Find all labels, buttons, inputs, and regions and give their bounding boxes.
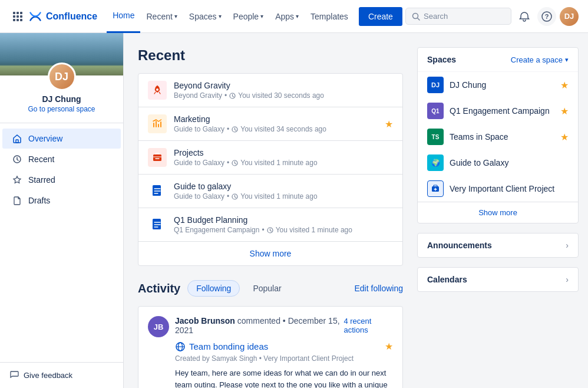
main-content: Recent Beyond Gravity Beyond Gravity • Y…	[124, 33, 417, 388]
svg-text:?: ?	[545, 13, 549, 20]
sidebar-item-drafts[interactable]: Drafts	[2, 190, 121, 211]
space-item-q1[interactable]: Q1 Q1 Engagement Campaign ★	[418, 98, 578, 124]
spaces-title: Spaces	[427, 55, 456, 64]
help-icon: ?	[541, 11, 552, 22]
star-icon	[12, 175, 22, 185]
tab-following[interactable]: Following	[187, 280, 240, 297]
activity-username: Jacob Brunson	[175, 316, 235, 325]
activity-action-text: commented •	[237, 316, 288, 325]
space-name: Teams in Space	[450, 132, 560, 142]
clock-icon	[12, 154, 22, 165]
nav-item-apps[interactable]: Apps ▾	[269, 0, 305, 33]
file-icon	[12, 195, 22, 206]
nav-item-templates[interactable]: Templates	[305, 0, 354, 33]
go-to-personal-space-link[interactable]: Go to personal space	[28, 105, 95, 113]
grid-menu-icon[interactable]	[9, 8, 26, 25]
chevron-down-icon: ▾	[296, 13, 299, 19]
search-box[interactable]: Search	[405, 8, 511, 25]
chevron-down-icon: ▾	[260, 13, 263, 19]
space-icon: Q1	[427, 103, 444, 119]
recent-item-meta: Guide to Galaxy • You visited 1 minute a…	[174, 192, 393, 200]
recent-item-info: Beyond Gravity Beyond Gravity • You visi…	[174, 81, 393, 100]
chevron-down-icon: ▾	[174, 13, 177, 19]
recent-item-meta: Guide to Galaxy • You visited 1 minute a…	[174, 159, 393, 167]
recent-item[interactable]: Guide to galaxy Guide to Galaxy • You vi…	[138, 175, 402, 208]
space-item-galaxy[interactable]: 🌍 Guide to Galaxy	[418, 150, 578, 176]
tab-popular[interactable]: Popular	[245, 281, 289, 296]
doc-meta: Created by Samyak Singh • Very Important…	[175, 354, 393, 363]
profile-section: DJ DJ Chung Go to personal space	[0, 33, 123, 123]
give-feedback[interactable]: Give feedback	[0, 362, 123, 388]
chevron-right-icon: ›	[566, 241, 569, 250]
nav-item-recent[interactable]: Recent ▾	[140, 0, 183, 33]
help-button[interactable]: ?	[537, 7, 556, 26]
feedback-label: Give feedback	[24, 371, 72, 380]
svg-rect-5	[20, 15, 22, 18]
user-avatar[interactable]: DJ	[560, 7, 579, 26]
nav-item-home[interactable]: Home	[107, 0, 140, 33]
calendars-header[interactable]: Calendars ›	[418, 268, 578, 291]
create-button[interactable]: Create	[359, 7, 402, 26]
spaces-show-more[interactable]: Show more	[418, 202, 578, 223]
projects-icon	[148, 148, 167, 167]
logo[interactable]: Confluence	[28, 9, 97, 24]
recent-item[interactable]: Projects Guide to Galaxy • You visited 1…	[138, 141, 402, 175]
svg-rect-0	[13, 12, 15, 14]
recent-item[interactable]: Q1 Budget Planning Q1 Engagement Campaig…	[138, 208, 402, 241]
recent-item-info: Marketing Guide to Galaxy • You visited …	[174, 114, 385, 133]
spaces-section: Spaces Create a space ▾ DJ DJ Chung ★ Q1…	[417, 47, 579, 223]
sidebar-avatar: DJ	[48, 63, 76, 91]
sidebar-item-label: Overview	[28, 134, 62, 143]
recent-item-name: Beyond Gravity	[174, 81, 393, 90]
svg-rect-6	[13, 19, 15, 21]
nav-item-people[interactable]: People ▾	[227, 0, 270, 33]
space-icon: TS	[427, 129, 444, 145]
announcements-header[interactable]: Announcements ›	[418, 234, 578, 257]
nav-item-spaces[interactable]: Spaces ▾	[183, 0, 227, 33]
space-item-dj-chung[interactable]: DJ DJ Chung ★	[418, 72, 578, 98]
notification-button[interactable]	[515, 7, 534, 26]
recent-item-name: Q1 Budget Planning	[174, 215, 393, 225]
recent-actions-link[interactable]: 4 recent actions	[343, 317, 393, 334]
calendars-title: Calendars	[427, 275, 467, 284]
home-icon	[12, 133, 22, 144]
sidebar-nav: Overview Recent Starred Drafts	[0, 123, 123, 216]
recent-item[interactable]: Marketing Guide to Galaxy • You visited …	[138, 107, 402, 141]
svg-rect-8	[20, 19, 22, 21]
recent-card: Beyond Gravity Beyond Gravity • You visi…	[138, 73, 403, 266]
sidebar-item-starred[interactable]: Starred	[2, 170, 121, 190]
space-item-teams[interactable]: TS Teams in Space ★	[418, 124, 578, 150]
doc-body-text: Hey team, here are some ideas for what w…	[175, 367, 393, 388]
calendars-section: Calendars ›	[417, 267, 579, 292]
space-item-vicp[interactable]: Very Important Client Project	[418, 176, 578, 202]
space-icon: DJ	[427, 77, 444, 93]
doc-title-link[interactable]: Team bonding ideas	[189, 341, 268, 351]
sidebar-item-recent[interactable]: Recent	[2, 149, 121, 169]
rocket-icon	[148, 81, 167, 100]
space-star: ★	[560, 80, 569, 91]
recent-item-info: Projects Guide to Galaxy • You visited 1…	[174, 148, 393, 167]
recent-item[interactable]: Beyond Gravity Beyond Gravity • You visi…	[138, 74, 402, 107]
star-icon: ★	[385, 119, 393, 130]
show-more-recent[interactable]: Show more	[138, 241, 402, 265]
create-space-button[interactable]: Create a space ▾	[511, 55, 569, 64]
sidebar-item-label: Starred	[28, 175, 55, 185]
edit-following-link[interactable]: Edit following	[355, 284, 404, 293]
marketing-icon	[148, 114, 167, 133]
right-panel: Spaces Create a space ▾ DJ DJ Chung ★ Q1…	[417, 33, 588, 388]
search-placeholder: Search	[424, 12, 448, 21]
space-icon	[427, 180, 444, 197]
space-star: ★	[560, 131, 569, 143]
nav-right: Search ? DJ	[405, 7, 579, 26]
doc-icon	[148, 215, 167, 234]
recent-item-meta: Guide to Galaxy • You visited 34 seconds…	[174, 125, 385, 133]
sidebar: DJ DJ Chung Go to personal space Overvie…	[0, 33, 124, 388]
activity-card: JB Jacob Brunson commented • December 15…	[138, 306, 403, 388]
recent-item-info: Q1 Budget Planning Q1 Engagement Campaig…	[174, 215, 393, 234]
sidebar-item-overview[interactable]: Overview	[2, 129, 121, 149]
activity-title: Activity	[138, 282, 180, 295]
recent-item-info: Guide to galaxy Guide to Galaxy • You vi…	[174, 182, 393, 200]
chevron-right-icon: ›	[566, 275, 569, 284]
announcements-title: Announcements	[427, 241, 492, 250]
recent-title: Recent	[138, 47, 403, 64]
